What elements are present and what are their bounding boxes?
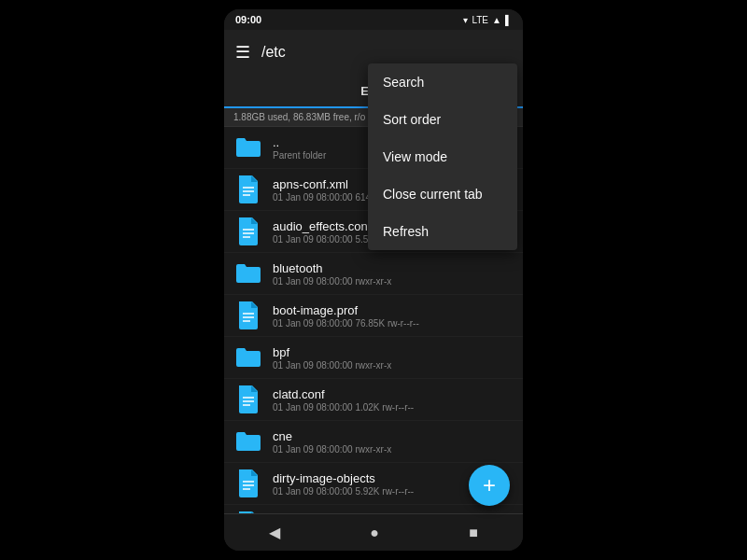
signal-icon: ▾: [463, 15, 468, 25]
file-doc-icon: [233, 385, 263, 414]
file-meta: 01 Jan 09 08:00:00 1.02K rw-r--r--: [273, 402, 514, 413]
file-meta: 01 Jan 09 08:00:00 rwxr-xr-x: [273, 444, 514, 455]
home-button[interactable]: ●: [362, 517, 387, 549]
fab-button[interactable]: +: [469, 465, 510, 506]
file-info: clatd.conf 01 Jan 09 08:00:00 1.02K rw-r…: [273, 387, 514, 413]
folder-icon: [233, 427, 263, 456]
file-name: event-log-tags: [273, 513, 514, 514]
folder-icon: [233, 343, 263, 372]
file-doc-icon: [233, 175, 263, 204]
context-menu: Search Sort order View mode Close curren…: [368, 63, 517, 250]
battery-icon: ▌: [505, 15, 512, 25]
file-info: bluetooth 01 Jan 09 08:00:00 rwxr-xr-x: [273, 261, 514, 287]
phone-container: 09:00 ▾ LTE ▲ ▌ ☰ /etc ETC 1.88GB used, …: [224, 9, 523, 551]
file-info: cne 01 Jan 09 08:00:00 rwxr-xr-x: [273, 429, 514, 455]
back-button[interactable]: ◀: [261, 516, 288, 549]
file-doc-icon: [233, 301, 263, 330]
file-doc-icon: [233, 217, 263, 246]
folder-icon: [233, 133, 263, 162]
file-name: boot-image.prof: [273, 303, 514, 317]
menu-item-close-tab[interactable]: Close current tab: [368, 175, 517, 213]
list-item[interactable]: clatd.conf 01 Jan 09 08:00:00 1.02K rw-r…: [224, 379, 523, 421]
status-icons: ▾ LTE ▲ ▌: [463, 15, 512, 25]
nav-bar: ◀ ● ■: [224, 513, 523, 551]
file-doc-icon: [233, 511, 263, 513]
menu-item-view-mode[interactable]: View mode: [368, 138, 517, 175]
list-item[interactable]: event-log-tags 01 Jan 09 08:00:00 24.22K…: [224, 505, 523, 513]
file-info: boot-image.prof 01 Jan 09 08:00:00 76.85…: [273, 303, 514, 329]
folder-icon: [233, 259, 263, 288]
list-item[interactable]: bluetooth 01 Jan 09 08:00:00 rwxr-xr-x: [224, 253, 523, 295]
file-meta: 01 Jan 09 08:00:00 rwxr-xr-x: [273, 360, 514, 371]
file-doc-icon: [233, 469, 263, 498]
list-item[interactable]: bpf 01 Jan 09 08:00:00 rwxr-xr-x: [224, 337, 523, 379]
list-item[interactable]: cne 01 Jan 09 08:00:00 rwxr-xr-x: [224, 421, 523, 463]
file-meta: 01 Jan 09 08:00:00 76.85K rw-r--r--: [273, 318, 514, 329]
file-info: event-log-tags 01 Jan 09 08:00:00 24.22K…: [273, 513, 514, 514]
file-name: bpf: [273, 345, 514, 359]
menu-item-search[interactable]: Search: [368, 63, 517, 101]
file-name: bluetooth: [273, 261, 514, 275]
status-bar: 09:00 ▾ LTE ▲ ▌: [224, 9, 523, 30]
app-bar-title: /etc: [261, 44, 512, 61]
menu-item-refresh[interactable]: Refresh: [368, 213, 517, 250]
menu-item-sort-order[interactable]: Sort order: [368, 101, 517, 138]
hamburger-icon[interactable]: ☰: [235, 42, 250, 63]
recent-button[interactable]: ■: [461, 517, 486, 549]
wifi-icon: ▲: [492, 15, 501, 25]
lte-icon: LTE: [472, 15, 488, 25]
file-meta: 01 Jan 09 08:00:00 rwxr-xr-x: [273, 276, 514, 287]
list-item[interactable]: boot-image.prof 01 Jan 09 08:00:00 76.85…: [224, 295, 523, 337]
file-info: bpf 01 Jan 09 08:00:00 rwxr-xr-x: [273, 345, 514, 371]
file-name: clatd.conf: [273, 387, 514, 401]
status-time: 09:00: [235, 14, 261, 25]
file-name: cne: [273, 429, 514, 443]
